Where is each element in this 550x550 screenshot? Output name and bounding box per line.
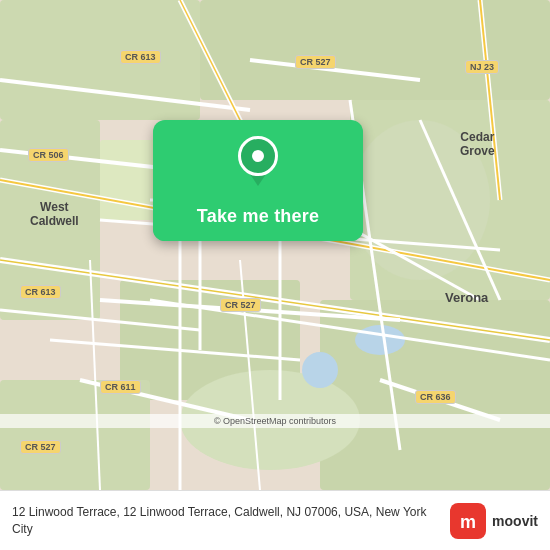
address-text: 12 Linwood Terrace, 12 Linwood Terrace, … [12,504,450,538]
bottom-bar: 12 Linwood Terrace, 12 Linwood Terrace, … [0,490,550,550]
moovit-wordmark: moovit [492,513,538,529]
road-label-cr636: CR 636 [415,390,456,404]
svg-point-11 [355,325,405,355]
road-label-cr506: CR 506 [28,148,69,162]
svg-text:m: m [460,512,476,532]
svg-rect-2 [200,0,550,100]
moovit-icon: m [450,503,486,539]
svg-rect-7 [0,380,150,490]
road-label-cr527-mid: CR 527 [220,298,261,312]
pin-area [153,120,363,192]
road-label-nj23: NJ 23 [465,60,499,74]
road-label-cr613-top: CR 613 [120,50,161,64]
moovit-logo: m moovit [450,503,538,539]
road-label-cr527-bl: CR 527 [20,440,61,454]
map-container: CR 613 CR 527 NJ 23 CR 506 CR 613 CR 527… [0,0,550,490]
location-pin-icon [238,136,278,184]
town-label-west-caldwell: WestCaldwell [30,200,79,228]
road-label-cr611: CR 611 [100,380,141,394]
svg-point-12 [302,352,338,388]
road-label-cr613-bottom: CR 613 [20,285,61,299]
take-me-there-button[interactable]: Take me there [153,192,363,241]
town-label-verona: Verona [445,290,488,305]
town-label-cedar-grove: CedarGrove [460,130,495,158]
road-label-cr527-top: CR 527 [295,55,336,69]
popup-card: Take me there [153,120,363,241]
map-attribution: © OpenStreetMap contributors [0,414,550,428]
